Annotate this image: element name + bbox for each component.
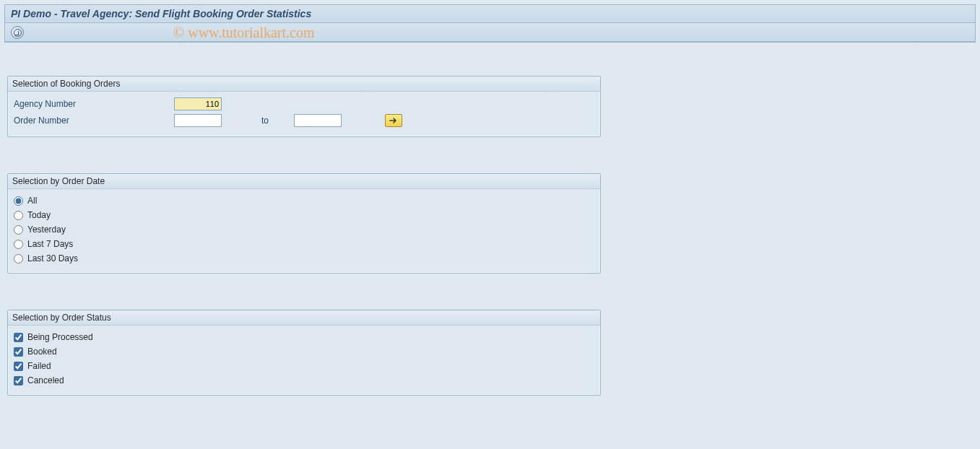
checkbox-processing[interactable]: [14, 333, 23, 342]
checkbox-booked-label: Booked: [27, 346, 57, 357]
checkbox-canceled-label: Canceled: [27, 375, 64, 385]
radio-last30[interactable]: [14, 254, 23, 263]
checkbox-canceled[interactable]: [14, 376, 23, 385]
radio-last7-label: Last 7 Days: [27, 239, 73, 249]
page-title: PI Demo - Travel Agency: Send Flight Boo…: [5, 5, 975, 23]
group-title-date: Selection by Order Date: [8, 174, 600, 189]
order-number-label: Order Number: [14, 115, 174, 126]
application-toolbar: [5, 23, 975, 42]
radio-all-label: All: [27, 196, 37, 206]
radio-last30-label: Last 30 Days: [27, 253, 78, 263]
application-frame: PI Demo - Travel Agency: Send Flight Boo…: [4, 4, 976, 43]
radio-yesterday[interactable]: [14, 225, 23, 235]
radio-last7[interactable]: [14, 240, 23, 249]
group-order-status: Selection by Order Status Being Processe…: [7, 310, 601, 396]
to-label: to: [243, 115, 287, 126]
radio-today-label: Today: [27, 210, 51, 220]
group-order-date: Selection by Order Date All Today Yester…: [7, 173, 601, 274]
checkbox-failed[interactable]: [14, 362, 23, 371]
content-area: Selection of Booking Orders Agency Numbe…: [0, 47, 980, 403]
group-booking-orders: Selection of Booking Orders Agency Numbe…: [7, 76, 601, 137]
radio-today[interactable]: [14, 211, 23, 220]
radio-yesterday-label: Yesterday: [27, 224, 66, 235]
checkbox-processing-label: Being Processed: [27, 332, 93, 342]
radio-all[interactable]: [14, 196, 23, 206]
group-title-booking: Selection of Booking Orders: [8, 77, 600, 92]
checkbox-failed-label: Failed: [27, 361, 51, 371]
execute-icon[interactable]: [11, 26, 24, 39]
arrow-right-icon: [389, 117, 398, 124]
agency-number-label: Agency Number: [14, 99, 174, 109]
multiple-selection-button[interactable]: [385, 114, 402, 127]
agency-number-input[interactable]: [174, 97, 222, 110]
order-number-to-input[interactable]: [294, 114, 342, 127]
order-number-from-input[interactable]: [174, 114, 222, 127]
checkbox-booked[interactable]: [14, 347, 23, 357]
group-title-status: Selection by Order Status: [8, 310, 600, 326]
